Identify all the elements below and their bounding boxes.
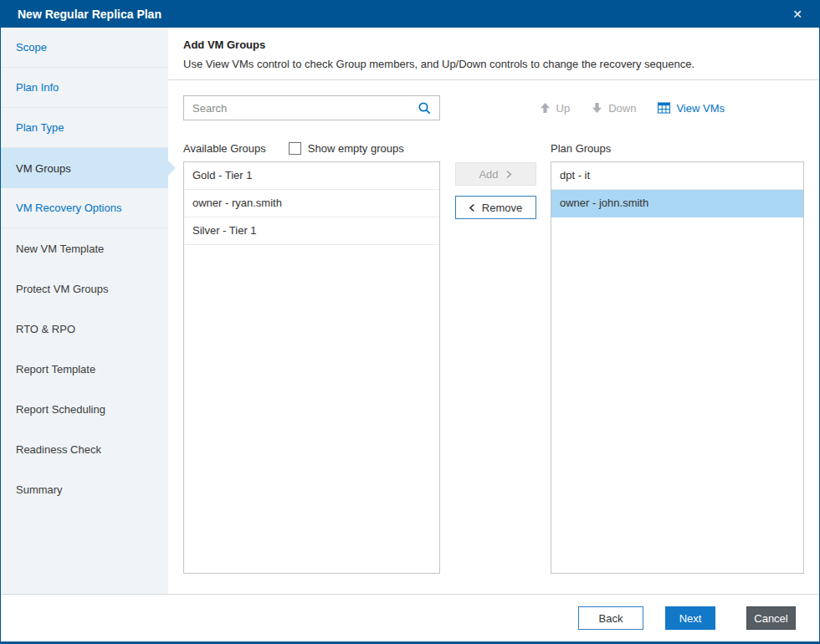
available-groups-label: Available Groups	[183, 142, 266, 155]
sidebar-item-vm-recovery-options[interactable]: VM Recovery Options	[1, 188, 168, 228]
remove-button-label: Remove	[482, 202, 522, 214]
new-regular-replica-plan-dialog: New Regular Replica Plan ✕ Scope Plan In…	[0, 0, 820, 644]
add-button-label: Add	[479, 168, 498, 181]
remove-button[interactable]: Remove	[455, 196, 536, 219]
table-icon	[658, 102, 670, 114]
wizard-steps-sidebar: Scope Plan Info Plan Type VM Groups VM R…	[1, 28, 168, 594]
sidebar-item-readiness-check[interactable]: Readiness Check	[1, 429, 168, 469]
search-box	[183, 95, 440, 120]
sidebar-item-label: VM Groups	[16, 162, 71, 175]
arrow-up-icon	[540, 102, 551, 114]
sidebar-item-label: Readiness Check	[16, 443, 101, 456]
list-item[interactable]: Gold - Tier 1	[184, 162, 439, 190]
next-button[interactable]: Next	[665, 606, 715, 630]
down-button[interactable]: Down	[588, 100, 639, 116]
chevron-left-icon	[469, 203, 475, 212]
list-item[interactable]: dpt - it	[551, 162, 803, 190]
sidebar-item-label: RTO & RPO	[16, 323, 75, 335]
plan-groups-list[interactable]: dpt - it owner - john.smith	[551, 161, 804, 574]
step-title: Add VM Groups	[183, 38, 802, 51]
sidebar-item-vm-groups[interactable]: VM Groups	[1, 148, 168, 188]
close-icon: ✕	[792, 8, 802, 21]
sidebar-item-rto-rpo[interactable]: RTO & RPO	[1, 309, 168, 349]
dialog-title: New Regular Replica Plan	[18, 8, 161, 21]
show-empty-groups-checkbox[interactable]: Show empty groups	[289, 142, 404, 155]
sidebar-item-summary[interactable]: Summary	[1, 469, 168, 509]
view-vms-button[interactable]: View VMs	[654, 100, 728, 116]
sidebar-item-label: VM Recovery Options	[16, 202, 121, 214]
plan-groups-label: Plan Groups	[551, 142, 611, 155]
list-item[interactable]: owner - ryan.smith	[184, 190, 439, 217]
step-header: Add VM Groups Use View VMs control to ch…	[168, 28, 819, 80]
show-empty-groups-label: Show empty groups	[308, 142, 404, 155]
step-body: Up Down	[168, 80, 819, 594]
dialog-body: Scope Plan Info Plan Type VM Groups VM R…	[1, 28, 819, 594]
step-description: Use View VMs control to check Group memb…	[183, 58, 802, 70]
sidebar-item-scope[interactable]: Scope	[1, 28, 168, 68]
close-button[interactable]: ✕	[787, 5, 807, 23]
sidebar-item-plan-type[interactable]: Plan Type	[1, 108, 168, 148]
dialog-footer: Back Next Cancel	[1, 594, 819, 641]
sidebar-item-label: Scope	[16, 41, 47, 54]
available-groups-list[interactable]: Gold - Tier 1 owner - ryan.smith Silver …	[183, 161, 440, 574]
groups-columns: Gold - Tier 1 owner - ryan.smith Silver …	[183, 161, 805, 574]
up-label: Up	[556, 102, 571, 115]
sidebar-item-label: Plan Info	[16, 81, 59, 94]
transfer-controls: Add Remove	[440, 161, 551, 574]
search-icon[interactable]	[418, 101, 432, 115]
view-vms-label: View VMs	[676, 102, 725, 115]
sequence-toolbar: Up Down	[536, 100, 728, 116]
search-input[interactable]	[192, 102, 418, 115]
sidebar-item-label: New VM Template	[16, 243, 104, 255]
sidebar-item-label: Protect VM Groups	[16, 283, 109, 295]
back-button[interactable]: Back	[578, 606, 643, 630]
arrow-down-icon	[592, 102, 602, 114]
down-label: Down	[608, 102, 636, 115]
sidebar-item-report-template[interactable]: Report Template	[1, 349, 168, 389]
toolbar-row: Up Down	[183, 95, 805, 120]
chevron-right-icon	[505, 170, 512, 179]
list-item[interactable]: Silver - Tier 1	[184, 217, 439, 245]
checkbox-icon[interactable]	[289, 142, 301, 155]
sidebar-item-label: Report Template	[16, 363, 95, 376]
sidebar-item-label: Summary	[16, 483, 63, 496]
titlebar: New Regular Replica Plan ✕	[1, 0, 819, 28]
available-groups-header: Available Groups Show empty groups	[183, 142, 440, 155]
add-button[interactable]: Add	[455, 162, 536, 186]
list-item-selected[interactable]: owner - john.smith	[551, 190, 803, 217]
sidebar-item-report-scheduling[interactable]: Report Scheduling	[1, 389, 168, 429]
up-button[interactable]: Up	[536, 100, 574, 116]
sidebar-item-label: Report Scheduling	[16, 403, 105, 416]
sidebar-item-new-vm-template[interactable]: New VM Template	[1, 228, 168, 268]
sidebar-item-label: Plan Type	[16, 121, 64, 134]
sidebar-item-protect-vm-groups[interactable]: Protect VM Groups	[1, 268, 168, 309]
column-labels-row: Available Groups Show empty groups Plan …	[183, 142, 805, 155]
content-panel: Add VM Groups Use View VMs control to ch…	[168, 28, 819, 594]
cancel-button[interactable]: Cancel	[746, 606, 796, 630]
sidebar-item-plan-info[interactable]: Plan Info	[1, 68, 168, 108]
